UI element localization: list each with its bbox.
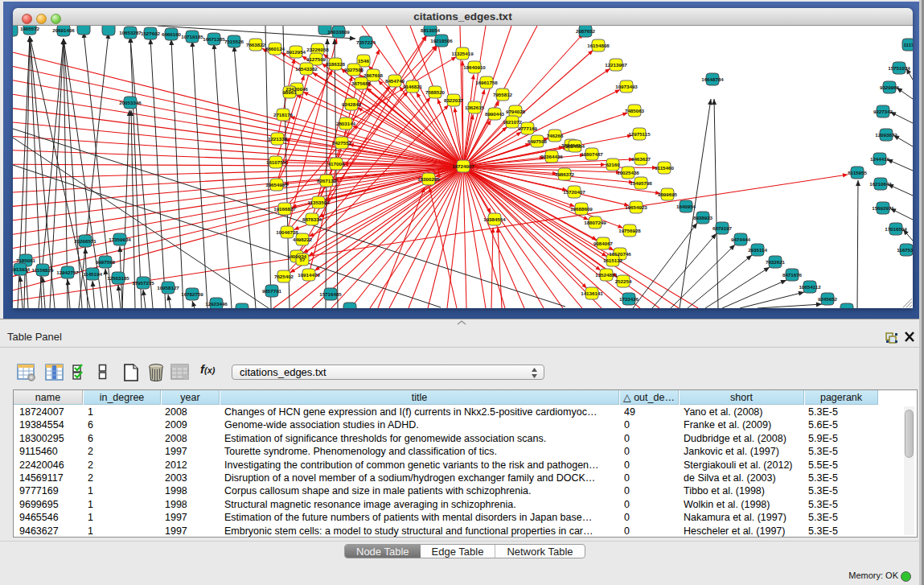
svg-text:10120746: 10120746 — [609, 251, 631, 257]
svg-text:1621072: 1621072 — [503, 119, 523, 125]
svg-text:9327508: 9327508 — [344, 67, 364, 72]
svg-text:20206571: 20206571 — [74, 238, 97, 244]
svg-text:1292344: 1292344 — [232, 307, 253, 308]
svg-text:10807487: 10807487 — [581, 151, 603, 157]
svg-text:6497508: 6497508 — [528, 138, 548, 144]
svg-text:9084067: 9084067 — [593, 241, 614, 246]
svg-text:12923446: 12923446 — [205, 301, 228, 307]
svg-text:417004: 417004 — [328, 161, 345, 167]
svg-text:57: 57 — [300, 257, 306, 262]
svg-text:6879197: 6879197 — [713, 225, 733, 231]
svg-text:9899695: 9899695 — [658, 192, 678, 197]
svg-text:15692971: 15692971 — [872, 205, 894, 211]
svg-text:19218506: 19218506 — [430, 38, 453, 43]
svg-text:9242848: 9242848 — [342, 101, 362, 107]
svg-text:2803144: 2803144 — [336, 121, 356, 126]
svg-text:10973493: 10973493 — [615, 84, 638, 89]
svg-text:18724007: 18724007 — [452, 163, 474, 169]
svg-text:11325419: 11325419 — [451, 51, 474, 56]
svg-text:11353594: 11353594 — [307, 200, 330, 205]
svg-text:10719185: 10719185 — [181, 34, 203, 39]
svg-text:16033809: 16033809 — [327, 29, 350, 35]
svg-text:9997568: 9997568 — [96, 259, 116, 265]
svg-text:62160: 62160 — [606, 162, 620, 167]
svg-text:1615132: 1615132 — [603, 257, 623, 263]
svg-text:13524851: 13524851 — [595, 272, 618, 278]
svg-text:7357224: 7357224 — [356, 39, 376, 45]
svg-text:11156829: 11156829 — [32, 267, 54, 273]
svg-text:1733426: 1733426 — [619, 296, 639, 302]
svg-text:9115460: 9115460 — [655, 165, 674, 171]
svg-text:18807249: 18807249 — [584, 220, 606, 225]
svg-text:16961758: 16961758 — [475, 80, 498, 85]
svg-text:7185061: 7185061 — [16, 257, 36, 263]
svg-text:6466160: 6466160 — [162, 31, 182, 37]
svg-text:10914479: 10914479 — [298, 272, 320, 278]
svg-text:1546: 1546 — [358, 58, 369, 64]
svg-text:10688609: 10688609 — [570, 206, 593, 212]
svg-text:1167533: 1167533 — [897, 247, 913, 253]
svg-text:3675685: 3675685 — [351, 80, 372, 86]
svg-text:8322037: 8322037 — [444, 97, 464, 103]
svg-text:746266: 746266 — [547, 133, 564, 138]
svg-text:15720407: 15720407 — [563, 189, 585, 195]
svg-text:12942757: 12942757 — [56, 270, 79, 275]
svg-text:9227342: 9227342 — [873, 109, 893, 114]
svg-text:9329966: 9329966 — [880, 84, 900, 90]
svg-text:3913934: 3913934 — [13, 266, 31, 272]
svg-text:20691406: 20691406 — [52, 27, 75, 33]
svg-text:8912954: 8912954 — [286, 49, 306, 55]
svg-text:16543382: 16543382 — [295, 66, 318, 72]
svg-text:20053346: 20053346 — [119, 100, 142, 105]
svg-text:16648784: 16648784 — [701, 76, 724, 82]
svg-text:8267130: 8267130 — [317, 178, 337, 183]
svg-text:8813054: 8813054 — [421, 27, 441, 33]
svg-text:7632621: 7632621 — [766, 259, 786, 265]
svg-text:16671385: 16671385 — [203, 36, 225, 42]
svg-text:7588520: 7588520 — [425, 89, 446, 95]
svg-text:10046738: 10046738 — [276, 229, 298, 235]
svg-text:2087652: 2087652 — [576, 28, 596, 34]
svg-text:1145194: 1145194 — [83, 271, 102, 277]
svg-text:8471676: 8471676 — [782, 272, 803, 278]
svg-text:7485063: 7485063 — [625, 108, 645, 113]
svg-text:12093872: 12093872 — [875, 132, 897, 138]
svg-text:98961: 98961 — [282, 89, 297, 95]
svg-text:17957275: 17957275 — [132, 280, 154, 286]
svg-text:23226058: 23226058 — [306, 47, 329, 52]
svg-text:8660124: 8660124 — [265, 46, 285, 51]
svg-text:10025438: 10025438 — [617, 170, 639, 175]
svg-text:8454749: 8454749 — [385, 78, 405, 84]
svg-text:9794028: 9794028 — [506, 109, 526, 114]
svg-text:19166827: 19166827 — [273, 206, 296, 212]
svg-text:9127509: 9127509 — [306, 56, 326, 62]
svg-text:10958127: 10958127 — [157, 285, 179, 290]
svg-text:4498222: 4498222 — [293, 237, 313, 242]
svg-text:15751074: 15751074 — [888, 65, 910, 71]
svg-text:16782759: 16782759 — [181, 291, 203, 297]
svg-text:15495798: 15495798 — [630, 180, 652, 186]
svg-text:1405572: 1405572 — [20, 26, 40, 31]
svg-text:16154808: 16154808 — [587, 43, 610, 48]
svg-text:9146821: 9146821 — [403, 84, 423, 89]
svg-text:7625402: 7625402 — [274, 274, 294, 279]
svg-text:8938923: 8938923 — [693, 215, 713, 220]
svg-text:17359934: 17359934 — [109, 237, 131, 242]
svg-text:9857791: 9857791 — [262, 288, 282, 294]
svg-text:1117: 1117 — [903, 42, 913, 47]
svg-text:20364436: 20364436 — [540, 154, 563, 159]
svg-text:3624554: 3624554 — [565, 143, 585, 149]
svg-text:18300295: 18300295 — [417, 176, 440, 182]
svg-text:1362615: 1362615 — [465, 105, 485, 110]
svg-text:9463627: 9463627 — [631, 156, 651, 162]
svg-text:9245652: 9245652 — [818, 296, 838, 302]
svg-text:1640954: 1640954 — [676, 204, 696, 209]
svg-text:19756928: 19756928 — [618, 228, 641, 233]
svg-text:15716485: 15716485 — [319, 291, 342, 297]
svg-text:10653287: 10653287 — [119, 30, 142, 35]
svg-text:16210643: 16210643 — [869, 181, 892, 187]
svg-text:8990443: 8990443 — [485, 111, 505, 117]
svg-text:10654112: 10654112 — [799, 284, 821, 290]
svg-text:252254: 252254 — [615, 278, 632, 284]
svg-text:7663822: 7663822 — [246, 42, 266, 47]
